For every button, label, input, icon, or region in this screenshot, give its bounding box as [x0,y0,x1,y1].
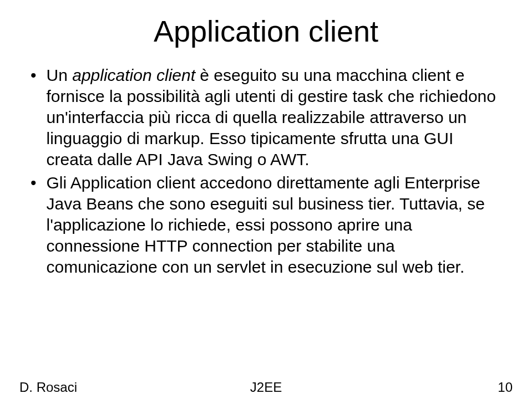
bullet-marker: • [31,65,37,86]
slide-footer: D. Rosaci J2EE 10 [0,380,532,395]
footer-topic: J2EE [184,380,348,395]
bullet-text: Gli Application client accedono direttam… [47,172,501,278]
footer-author: D. Rosaci [19,380,184,395]
bullet-text: Un application client è eseguito su una … [47,65,501,170]
slide-content: • Un application client è eseguito su un… [28,65,504,278]
slide-title: Application client [28,14,504,48]
bullet-item: • Gli Application client accedono dirett… [31,172,501,278]
bullet-marker: • [31,172,37,193]
footer-page-number: 10 [348,380,513,395]
bullet-item: • Un application client è eseguito su un… [31,65,501,170]
